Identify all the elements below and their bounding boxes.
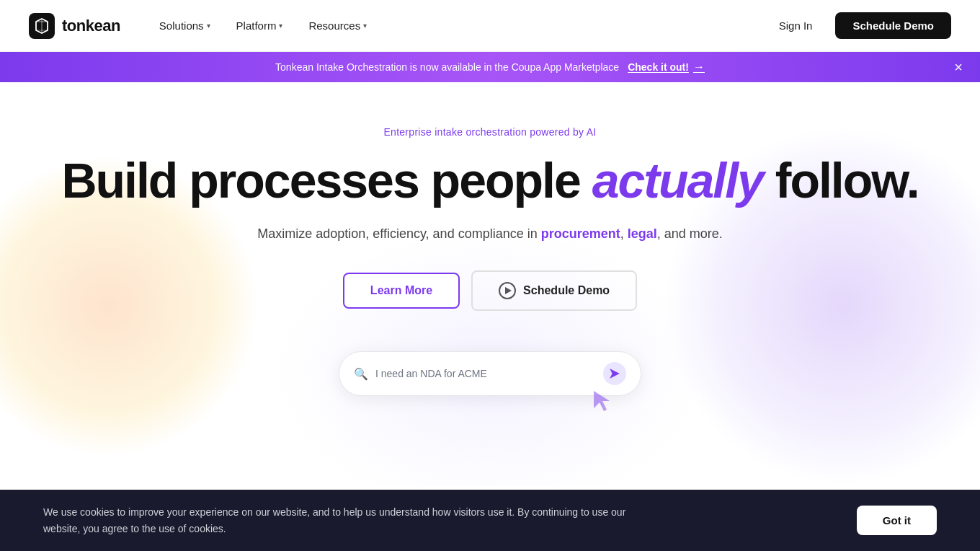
solutions-label: Solutions	[159, 19, 204, 32]
nav-left: tonkean Solutions ▾ Platform ▾ Resources…	[29, 13, 377, 39]
hero-cta: Learn More Schedule Demo	[29, 270, 951, 311]
cookie-text: We use cookies to improve your experienc…	[43, 504, 656, 537]
search-send-button[interactable]	[603, 362, 626, 385]
nav-item-solutions[interactable]: Solutions ▾	[149, 14, 220, 38]
navbar: tonkean Solutions ▾ Platform ▾ Resources…	[0, 0, 980, 52]
announcement-banner: Tonkean Intake Orchestration is now avai…	[0, 52, 980, 82]
schedule-demo-button[interactable]: Schedule Demo	[835, 12, 951, 39]
legal-link[interactable]: legal	[628, 226, 657, 241]
banner-text: Tonkean Intake Orchestration is now avai…	[275, 61, 619, 73]
headline-part1: Build processes people	[61, 153, 592, 208]
send-icon	[609, 368, 620, 379]
hero-subtext: Maximize adoption, efficiency, and compl…	[29, 226, 951, 242]
nav-item-platform[interactable]: Platform ▾	[226, 14, 293, 38]
search-widget-container: 🔍 I need an NDA for ACME	[29, 351, 951, 396]
schedule-demo-hero-button[interactable]: Schedule Demo	[471, 270, 637, 311]
logo-icon	[29, 13, 55, 39]
got-it-button[interactable]: Got it	[857, 506, 937, 535]
nav-links: Solutions ▾ Platform ▾ Resources ▾	[149, 14, 377, 38]
headline-actually: actually	[592, 153, 763, 208]
resources-chevron-icon: ▾	[363, 22, 367, 30]
banner-close-button[interactable]: ×	[954, 60, 963, 74]
search-placeholder-text[interactable]: I need an NDA for ACME	[375, 368, 596, 379]
banner-arrow-icon: →	[693, 61, 705, 74]
nav-item-resources[interactable]: Resources ▾	[298, 14, 377, 38]
hero-headline: Build processes people actually follow.	[29, 155, 951, 206]
cookie-banner: We use cookies to improve your experienc…	[0, 490, 980, 551]
platform-chevron-icon: ▾	[279, 22, 282, 30]
banner-link[interactable]: Check it out! →	[628, 61, 705, 74]
sign-in-button[interactable]: Sign In	[767, 14, 824, 38]
procurement-link[interactable]: procurement	[541, 226, 620, 241]
platform-label: Platform	[236, 19, 277, 32]
hero-content: Enterprise intake orchestration powered …	[29, 125, 951, 396]
hero-section: Enterprise intake orchestration powered …	[0, 82, 980, 486]
logo-text: tonkean	[62, 17, 120, 35]
search-icon: 🔍	[354, 367, 368, 381]
hero-badge: Enterprise intake orchestration powered …	[383, 126, 596, 138]
learn-more-button[interactable]: Learn More	[343, 273, 460, 309]
resources-label: Resources	[308, 19, 360, 32]
logo[interactable]: tonkean	[29, 13, 120, 39]
play-icon	[499, 282, 516, 299]
nav-right: Sign In Schedule Demo	[767, 12, 951, 39]
play-triangle	[505, 287, 512, 294]
headline-part2: follow.	[763, 153, 919, 208]
cursor-arrow-icon	[591, 388, 612, 418]
solutions-chevron-icon: ▾	[207, 22, 210, 30]
